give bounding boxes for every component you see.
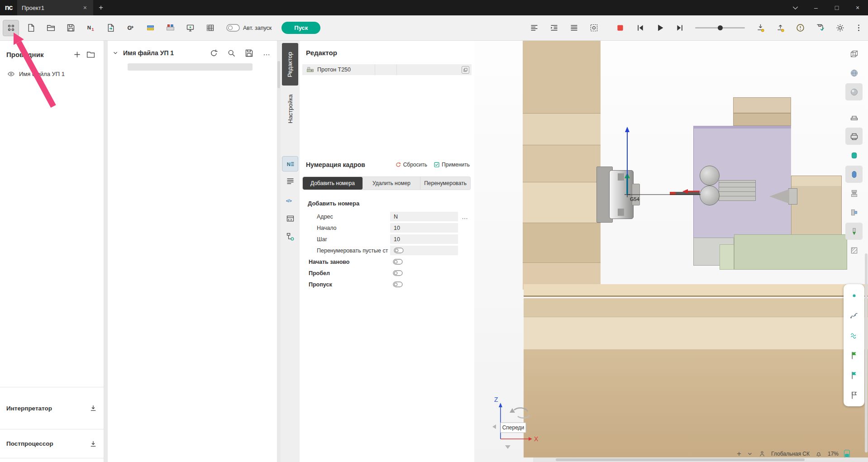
download-icon[interactable] <box>89 404 97 412</box>
open-folder-icon[interactable] <box>43 20 59 36</box>
workpiece-teal-icon[interactable] <box>845 147 863 164</box>
speed-slider[interactable] <box>695 20 745 36</box>
kebab-menu-icon[interactable] <box>852 20 865 36</box>
probe-badge-icon-2[interactable] <box>772 20 788 36</box>
settings-gear-icon[interactable] <box>832 20 848 36</box>
apps-grid-icon[interactable] <box>3 20 19 36</box>
save-report-icon[interactable] <box>812 20 828 36</box>
skip-toggle[interactable] <box>390 280 458 289</box>
zoom-plus-button[interactable]: + <box>737 449 741 458</box>
stock-material-icon[interactable] <box>845 242 863 259</box>
globe-view-icon[interactable] <box>845 64 863 81</box>
file-tree-item[interactable]: Имя файла УП 1 <box>0 67 104 81</box>
stop-button[interactable] <box>612 20 628 36</box>
indent-lines-icon[interactable] <box>546 20 562 36</box>
flowchart-icon[interactable] <box>282 229 298 244</box>
probe-badge-icon-1[interactable] <box>752 20 768 36</box>
new-file-icon[interactable] <box>23 20 39 36</box>
download-icon[interactable] <box>89 440 97 448</box>
chevron-down-icon[interactable] <box>747 451 753 457</box>
tab-settings[interactable]: Настройка <box>282 87 298 130</box>
window-code-icon[interactable] <box>282 211 298 226</box>
more-menu-icon[interactable]: … <box>260 45 273 61</box>
add-gcode-icon[interactable]: G <box>122 20 138 36</box>
tool-holder-icon[interactable] <box>845 204 863 221</box>
sync-icon[interactable] <box>207 45 220 61</box>
bell-icon[interactable] <box>815 450 822 457</box>
step-back-button[interactable] <box>632 20 648 36</box>
flag-outline-icon[interactable] <box>845 386 863 404</box>
coordinate-system-label[interactable]: Глобальная СК <box>771 451 810 457</box>
block-numbering-icon[interactable]: N1 <box>82 20 99 36</box>
export-program-icon[interactable] <box>102 20 119 36</box>
machine-bed-icon[interactable] <box>845 109 863 126</box>
warning-icon[interactable] <box>792 20 808 36</box>
machine-row[interactable]: Протон Т250 <box>302 64 472 75</box>
step-field[interactable]: 10 <box>390 234 458 244</box>
minimize-button[interactable]: – <box>806 0 826 15</box>
tool-icon[interactable] <box>845 223 863 240</box>
renumber-empty-toggle[interactable] <box>390 246 458 255</box>
table-view-icon[interactable] <box>202 20 218 36</box>
view-mode-toolbar <box>845 45 863 100</box>
project-tab[interactable]: Проект1 × <box>17 0 93 15</box>
save-program-icon[interactable] <box>242 45 256 61</box>
pallet-icon[interactable] <box>142 20 158 36</box>
numbering-tool-icon[interactable]: N <box>282 156 298 171</box>
slider-knob[interactable] <box>718 25 723 30</box>
spline-icon[interactable] <box>845 307 863 324</box>
auto-run-toggle[interactable]: Авт. запуск <box>226 24 272 32</box>
tab-renumber[interactable]: Перенумеровать <box>420 177 470 190</box>
reset-button[interactable]: Сбросить <box>395 162 427 168</box>
viewport-hscrollbar[interactable] <box>533 457 868 462</box>
code-tool-icon[interactable]: </> <box>282 193 298 208</box>
selection-settings-icon[interactable] <box>586 20 602 36</box>
tab-add-numbers[interactable]: Добавить номера <box>303 177 363 190</box>
step-forward-button[interactable] <box>672 20 688 36</box>
tab-editor[interactable]: Редактор <box>282 43 298 86</box>
apply-button[interactable]: Применить <box>434 162 470 168</box>
add-file-button[interactable] <box>70 46 84 62</box>
viewport-vscrollbar[interactable] <box>865 253 868 452</box>
workpiece-blue-icon[interactable] <box>845 166 863 183</box>
start-field[interactable]: 10 <box>390 223 458 233</box>
tab-remove-number[interactable]: Удалить номер <box>363 177 420 190</box>
collapse-chevron-icon[interactable] <box>112 50 119 56</box>
fixture-icon[interactable] <box>845 185 863 202</box>
maximize-button[interactable]: □ <box>826 0 847 15</box>
auto-run-label: Авт. запуск <box>243 25 272 31</box>
restart-toggle[interactable] <box>390 257 458 267</box>
wireframe-view-icon[interactable] <box>845 45 863 62</box>
machine-body-icon[interactable] <box>845 128 863 145</box>
align-left-icon[interactable] <box>526 20 542 36</box>
save-icon[interactable] <box>62 20 79 36</box>
space-toggle[interactable] <box>390 268 458 278</box>
flag-green-icon[interactable] <box>845 347 863 364</box>
window-menu-chevron-icon[interactable] <box>785 0 806 15</box>
run-button[interactable]: Пуск <box>281 22 320 34</box>
machine-setup-icon[interactable] <box>162 20 178 36</box>
viewport-3d[interactable]: G54 Z X Спереди + Глобальная СК 17% <box>474 41 868 462</box>
address-more-button[interactable]: … <box>462 213 468 220</box>
address-field[interactable]: N <box>390 212 458 221</box>
flag-teal-icon[interactable] <box>845 367 863 384</box>
new-tab-button[interactable]: + <box>93 0 109 15</box>
play-button[interactable] <box>652 20 668 36</box>
form-row-skip: Пропуск <box>300 279 474 290</box>
point-icon[interactable] <box>845 287 863 304</box>
text-lines-icon[interactable] <box>282 173 298 189</box>
detach-icon[interactable] <box>462 66 469 74</box>
coordinate-system-icon[interactable] <box>758 450 766 457</box>
open-folder-button[interactable] <box>84 46 97 62</box>
search-icon[interactable] <box>224 45 238 61</box>
app-logo: nc <box>0 0 17 15</box>
monitor-icon[interactable] <box>182 20 198 36</box>
toolpath-icon[interactable] <box>845 327 863 344</box>
close-button[interactable]: × <box>847 0 868 15</box>
hscrollbar-thumb[interactable] <box>556 458 805 461</box>
program-panel-scrollbar[interactable] <box>277 61 280 88</box>
justify-lines-icon[interactable] <box>566 20 582 36</box>
tab-close-icon[interactable]: × <box>81 4 89 11</box>
shaded-view-icon[interactable] <box>845 83 863 100</box>
view-gizmo[interactable]: Z X Спереди <box>491 395 555 456</box>
